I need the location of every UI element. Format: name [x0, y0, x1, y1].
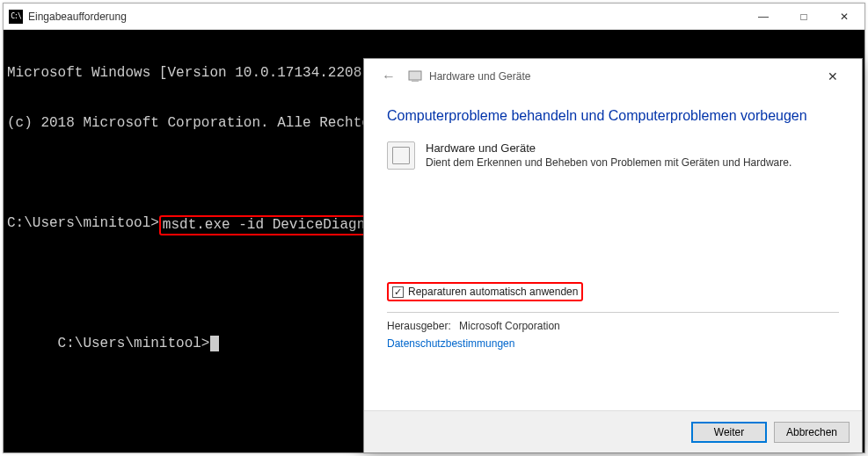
cmd-minimize-button[interactable]: — [743, 4, 784, 30]
section-title: Hardware und Geräte [426, 141, 791, 155]
auto-repair-checkbox[interactable]: ✓ [392, 286, 404, 298]
publisher-value: Microsoft Corporation [459, 320, 560, 332]
troubleshooter-window: ← Hardware und Geräte ✕ Computerprobleme… [363, 58, 863, 453]
auto-repair-checkbox-wrap[interactable]: ✓ Reparaturen automatisch anwenden [387, 282, 583, 301]
troubleshooter-title: Hardware und Geräte [429, 70, 530, 83]
cmd-cursor [210, 336, 219, 351]
troubleshooter-footer: Weiter Abbrechen [364, 410, 862, 452]
hardware-icon [387, 141, 415, 170]
cmd-prompt-prefix: C:\Users\minitool> [7, 215, 159, 235]
cmd-maximize-button[interactable]: □ [784, 4, 824, 30]
svg-rect-0 [409, 71, 421, 80]
publisher-label: Herausgeber: [387, 320, 451, 332]
cmd-window-title: Eingabeaufforderung [28, 11, 743, 23]
divider [387, 312, 839, 313]
cmd-prompt-prefix: C:\Users\minitool> [58, 336, 210, 351]
privacy-link[interactable]: Datenschutzbestimmungen [387, 337, 514, 350]
cmd-titlebar: C:\ Eingabeaufforderung — □ ✕ [4, 4, 864, 30]
cmd-close-button[interactable]: ✕ [824, 4, 864, 30]
cmd-app-icon: C:\ [9, 10, 23, 24]
svg-rect-1 [412, 80, 419, 82]
troubleshooter-close-button[interactable]: ✕ [813, 63, 853, 90]
troubleshooter-icon [408, 69, 422, 83]
publisher-row: Herausgeber: Microsoft Corporation [387, 320, 839, 332]
troubleshooter-titlebar: ← Hardware und Geräte ✕ [364, 59, 862, 94]
back-button[interactable]: ← [378, 66, 399, 87]
troubleshooter-section: Hardware und Geräte Dient dem Erkennen u… [387, 141, 839, 170]
section-description: Dient dem Erkennen und Beheben von Probl… [426, 156, 791, 169]
next-button[interactable]: Weiter [691, 422, 767, 443]
auto-repair-label: Reparaturen automatisch anwenden [408, 286, 578, 298]
troubleshooter-headline: Computerprobleme behandeln und Computerp… [387, 108, 839, 124]
cancel-button[interactable]: Abbrechen [774, 422, 850, 443]
